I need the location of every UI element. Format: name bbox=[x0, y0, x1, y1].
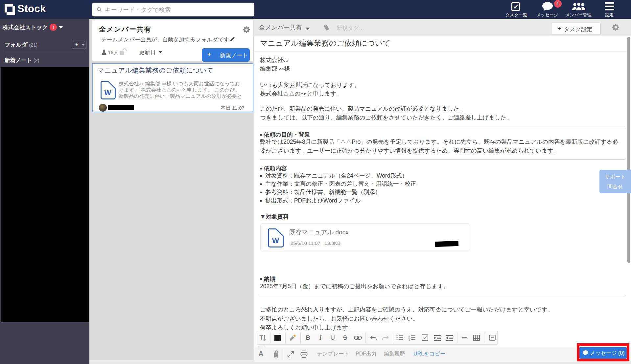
svg-text:W: W bbox=[105, 89, 111, 97]
svg-text:W: W bbox=[272, 237, 279, 245]
svg-text:3: 3 bbox=[409, 339, 410, 341]
